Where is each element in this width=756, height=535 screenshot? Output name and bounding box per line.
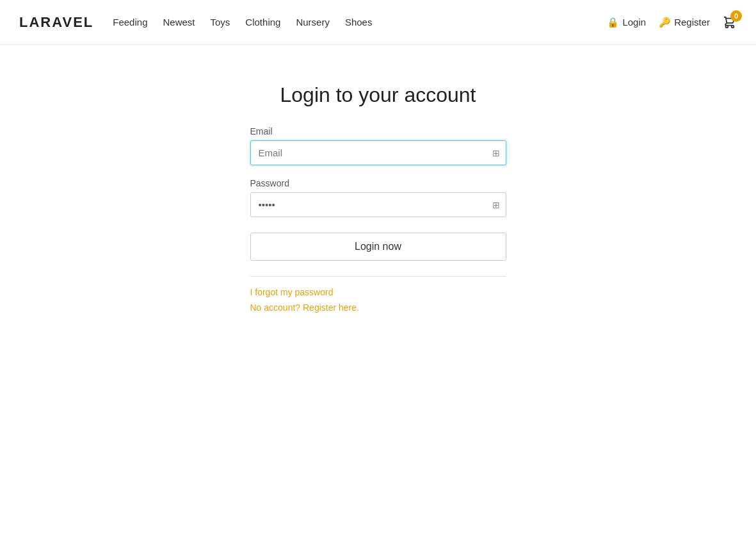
login-container: Login to your account Email ⊞ Password ⊞…: [250, 83, 506, 318]
password-input-wrapper: ⊞: [250, 192, 506, 217]
nav-item-feeding[interactable]: Feeding: [113, 17, 147, 28]
cart-badge: 0: [730, 10, 742, 22]
nav-link-toys[interactable]: Toys: [211, 17, 230, 28]
nav-link-nursery[interactable]: Nursery: [296, 17, 330, 28]
forgot-password-link[interactable]: I forgot my password: [250, 287, 506, 297]
navbar: LARAVEL Feeding Newest Toys Clothing Nur…: [0, 0, 756, 45]
register-here-link[interactable]: No account? Register here.: [250, 302, 506, 313]
navbar-right: 🔒 Login 🔑 Register 0: [607, 15, 737, 29]
email-input-wrapper: ⊞: [250, 140, 506, 165]
navbar-left: LARAVEL Feeding Newest Toys Clothing Nur…: [19, 14, 372, 31]
login-button[interactable]: Login now: [250, 233, 506, 261]
register-link[interactable]: 🔑 Register: [659, 17, 710, 28]
nav-link-feeding[interactable]: Feeding: [113, 17, 147, 28]
nav-item-nursery[interactable]: Nursery: [296, 17, 330, 28]
password-form-group: Password ⊞: [250, 178, 506, 217]
nav-link-newest[interactable]: Newest: [163, 17, 195, 28]
nav-item-toys[interactable]: Toys: [211, 17, 230, 28]
nav-item-shoes[interactable]: Shoes: [345, 17, 373, 28]
main-content: Login to your account Email ⊞ Password ⊞…: [0, 45, 756, 318]
form-divider: [250, 276, 506, 277]
login-link-label: Login: [622, 17, 646, 28]
login-link[interactable]: 🔒 Login: [607, 17, 646, 28]
cart-wrapper[interactable]: 0: [723, 15, 737, 29]
page-title: Login to your account: [250, 83, 506, 107]
password-label: Password: [250, 178, 506, 188]
lock-icon: 🔒: [607, 17, 619, 28]
register-link-label: Register: [674, 17, 710, 28]
brand-logo[interactable]: LARAVEL: [19, 14, 93, 31]
email-form-group: Email ⊞: [250, 126, 506, 165]
nav-item-newest[interactable]: Newest: [163, 17, 195, 28]
nav-link-shoes[interactable]: Shoes: [345, 17, 373, 28]
nav-links: Feeding Newest Toys Clothing Nursery Sho…: [113, 17, 372, 28]
password-input[interactable]: [250, 192, 506, 217]
nav-link-clothing[interactable]: Clothing: [245, 17, 280, 28]
register-icon: 🔑: [659, 17, 671, 28]
email-label: Email: [250, 126, 506, 136]
email-input[interactable]: [250, 140, 506, 165]
nav-item-clothing[interactable]: Clothing: [245, 17, 280, 28]
